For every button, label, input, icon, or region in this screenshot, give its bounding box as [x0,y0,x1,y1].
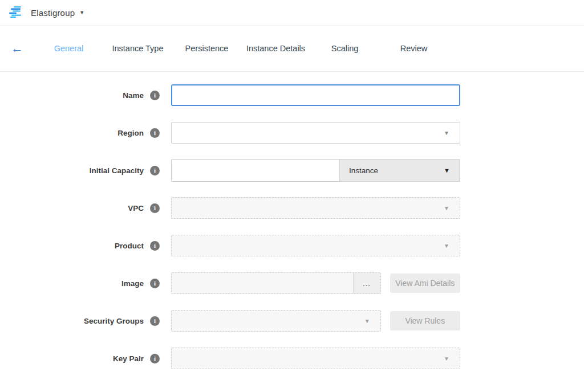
view-ami-details-button[interactable]: View Ami Details [390,273,460,293]
name-input[interactable] [171,84,460,106]
key-pair-select[interactable]: ▼ [171,348,460,369]
view-rules-button[interactable]: View Rules [390,311,460,330]
initial-capacity-label: Initial Capacity [90,166,144,175]
info-icon[interactable]: i [150,279,160,288]
initial-capacity-input[interactable] [171,159,340,182]
region-select[interactable]: ▼ [171,122,460,144]
field-row-name: Name i [0,84,584,106]
info-icon[interactable]: i [150,241,160,251]
field-row-initial-capacity: Initial Capacity i Instance ▼ [0,160,584,181]
field-row-image: Image i ... View Ami Details [0,272,584,294]
info-icon[interactable]: i [150,203,160,213]
capacity-unit-value: Instance [349,166,378,175]
chevron-down-icon: ▼ [444,130,449,136]
info-icon[interactable]: i [150,128,160,138]
tab-persistence[interactable]: Persistence [172,44,241,53]
security-groups-select[interactable]: ▼ [171,310,381,332]
wizard-tab-bar: ← General Instance Type Persistence Inst… [0,26,584,72]
tab-general[interactable]: General [34,44,103,53]
field-row-security-groups: Security Groups i ▼ View Rules [0,310,584,332]
back-arrow-icon[interactable]: ← [0,42,34,55]
product-label: Product [115,242,144,250]
name-label: Name [123,91,144,100]
field-row-key-pair: Key Pair i ▼ [0,348,584,369]
product-switcher[interactable]: Elastigroup ▼ [31,8,84,18]
key-pair-label: Key Pair [113,354,144,363]
chevron-down-icon: ▼ [364,318,370,324]
tab-scaling[interactable]: Scaling [310,44,379,53]
chevron-down-icon: ▼ [444,167,450,174]
field-row-product: Product i ▼ [0,235,584,256]
image-value [172,273,353,293]
info-icon[interactable]: i [150,166,160,175]
info-icon[interactable]: i [150,316,160,326]
vpc-label: VPC [128,204,144,213]
tab-instance-details[interactable]: Instance Details [241,44,310,53]
general-settings-form: Name i Region i ▼ Initial Capacity i Ins… [0,72,584,369]
tab-review[interactable]: Review [379,44,448,53]
chevron-down-icon: ▼ [79,10,84,15]
vpc-select[interactable]: ▼ [171,197,460,219]
chevron-down-icon: ▼ [444,205,449,211]
elastigroup-logo-icon [9,6,24,19]
image-label: Image [121,279,144,288]
field-row-region: Region i ▼ [0,122,584,144]
image-input[interactable]: ... [171,272,381,294]
brand-title: Elastigroup [31,8,75,18]
browse-image-button[interactable]: ... [353,273,380,293]
top-bar: Elastigroup ▼ [0,0,584,26]
wizard-tabs: General Instance Type Persistence Instan… [34,44,448,53]
chevron-down-icon: ▼ [444,356,449,362]
security-groups-label: Security Groups [84,317,144,325]
info-icon[interactable]: i [150,91,160,100]
tab-instance-type[interactable]: Instance Type [103,44,172,53]
field-row-vpc: VPC i ▼ [0,197,584,219]
chevron-down-icon: ▼ [444,243,449,249]
region-label: Region [117,129,144,137]
info-icon[interactable]: i [150,354,160,364]
product-select[interactable]: ▼ [171,235,460,256]
capacity-unit-select[interactable]: Instance ▼ [339,159,460,182]
